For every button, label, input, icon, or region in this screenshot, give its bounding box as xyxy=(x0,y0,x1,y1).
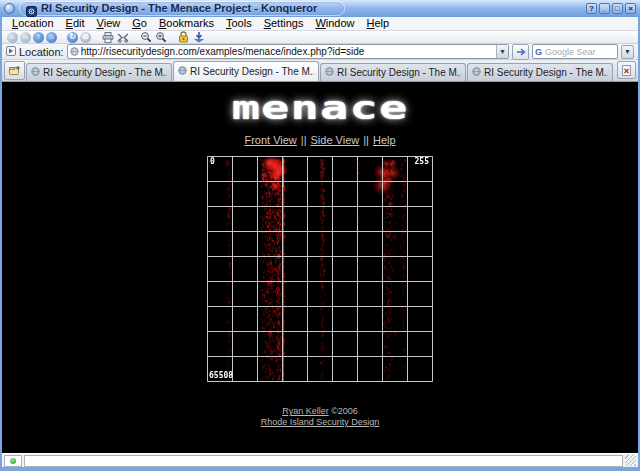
url-dropdown-arrow-icon[interactable]: ▼ xyxy=(496,45,508,58)
google-search-box: G xyxy=(532,44,618,59)
menu-view[interactable]: View xyxy=(91,17,127,30)
status-message-field xyxy=(24,455,623,467)
tab-label: RI Security Design - The M... xyxy=(337,67,461,78)
tab-label: RI Security Design - The M... xyxy=(190,66,314,77)
help-link[interactable]: Help xyxy=(373,134,396,146)
tab-favicon-icon xyxy=(472,67,481,78)
tab-favicon-icon xyxy=(325,67,334,78)
menu-help[interactable]: Help xyxy=(361,17,396,30)
tab-1[interactable]: RI Security Design - The M... xyxy=(26,63,172,81)
url-combobox: ▼ xyxy=(67,44,509,59)
url-favicon-icon xyxy=(68,47,79,56)
google-search-input[interactable] xyxy=(543,46,617,57)
org-link[interactable]: Rhode Island Security Design xyxy=(261,417,380,427)
close-tab-button[interactable] xyxy=(617,61,636,79)
up-icon[interactable]: ↑ xyxy=(33,32,44,43)
stop-icon[interactable]: ⊘ xyxy=(80,32,91,43)
author-link[interactable]: Ryan Keller xyxy=(282,406,329,416)
window-title: RI Security Design - The Menace Project … xyxy=(41,2,317,14)
menu-location[interactable]: Location xyxy=(6,17,60,30)
print-icon[interactable] xyxy=(101,31,114,43)
location-bar: Location: ▼ G ▼ xyxy=(2,44,638,60)
tab-4[interactable]: RI Security Design - The M... xyxy=(467,63,613,81)
go-button[interactable] xyxy=(512,44,529,60)
tab-bar: RI Security Design - The M... RI Securit… xyxy=(2,60,638,82)
menu-tools[interactable]: Tools xyxy=(220,17,258,30)
new-tab-button[interactable] xyxy=(4,61,25,80)
menu-bar: Location Edit View Go Bookmarks Tools Se… xyxy=(2,17,638,31)
zoom-out-icon[interactable] xyxy=(139,31,152,43)
find-icon[interactable] xyxy=(116,31,129,43)
security-lock-icon[interactable] xyxy=(177,31,190,43)
menu-settings[interactable]: Settings xyxy=(258,17,310,30)
resize-grip[interactable] xyxy=(625,455,636,466)
grid-label-max: 255 xyxy=(415,158,429,166)
status-bar xyxy=(2,453,638,467)
close-button[interactable]: × xyxy=(625,3,636,14)
grid-label-bottom: 65508 xyxy=(209,372,233,380)
toolbar-separator xyxy=(169,37,175,38)
nav-separator: || xyxy=(363,134,369,146)
window-controls: ? _ □ × xyxy=(586,3,636,14)
tab-label: RI Security Design - The M... xyxy=(484,67,608,78)
page-content: menace Front View||Side View||Help 0 255… xyxy=(2,82,638,453)
copyright-text: ©2006 xyxy=(329,406,358,416)
window-menu-button[interactable] xyxy=(4,3,15,14)
spectrum-canvas xyxy=(207,156,433,382)
maximize-button[interactable]: □ xyxy=(612,3,623,14)
side-view-link[interactable]: Side View xyxy=(311,134,360,146)
toolbar-separator xyxy=(59,37,65,38)
help-window-button[interactable]: ? xyxy=(586,3,597,14)
url-input[interactable] xyxy=(79,46,496,57)
title-bar: RI Security Design - The Menace Project … xyxy=(0,0,640,17)
home-icon[interactable]: ⌂ xyxy=(46,32,57,43)
tab-favicon-icon xyxy=(31,67,40,78)
nav-separator: || xyxy=(301,134,307,146)
front-view-link[interactable]: Front View xyxy=(244,134,296,146)
grid-label-min: 0 xyxy=(210,158,215,166)
tool-bar: ← → ↑ ⌂ ↻ ⊘ xyxy=(2,31,638,44)
search-dropdown-arrow-icon[interactable]: ▼ xyxy=(621,45,634,59)
menu-go[interactable]: Go xyxy=(126,17,153,30)
forward-icon[interactable]: → xyxy=(20,32,31,43)
toolbar-separator xyxy=(131,37,137,38)
back-icon[interactable]: ← xyxy=(7,32,18,43)
minimize-button[interactable]: _ xyxy=(599,3,610,14)
toolbar-separator xyxy=(93,37,99,38)
google-icon: G xyxy=(533,47,543,57)
tab-label: RI Security Design - The M... xyxy=(43,67,167,78)
download-icon[interactable] xyxy=(192,31,205,43)
spectrum-grid-visualization: 0 255 65508 xyxy=(207,156,433,382)
location-label: Location: xyxy=(19,46,64,58)
konqueror-window: RI Security Design - The Menace Project … xyxy=(0,0,640,471)
tab-2-active[interactable]: RI Security Design - The M... xyxy=(173,61,319,81)
location-icon xyxy=(6,46,16,58)
status-led-box xyxy=(4,455,22,467)
page-nav: Front View||Side View||Help xyxy=(2,134,638,146)
menu-window[interactable]: Window xyxy=(309,17,360,30)
menace-logo: menace xyxy=(2,92,638,123)
tab-favicon-icon xyxy=(178,66,187,77)
menu-bookmarks[interactable]: Bookmarks xyxy=(153,17,220,30)
zoom-in-icon[interactable] xyxy=(154,31,167,43)
menu-edit[interactable]: Edit xyxy=(60,17,91,30)
green-led-icon xyxy=(10,458,16,464)
tab-3[interactable]: RI Security Design - The M... xyxy=(320,63,466,81)
konqueror-icon xyxy=(26,3,37,17)
reload-icon[interactable]: ↻ xyxy=(67,32,78,43)
page-footer: Ryan Keller ©2006 Rhode Island Security … xyxy=(2,406,638,428)
